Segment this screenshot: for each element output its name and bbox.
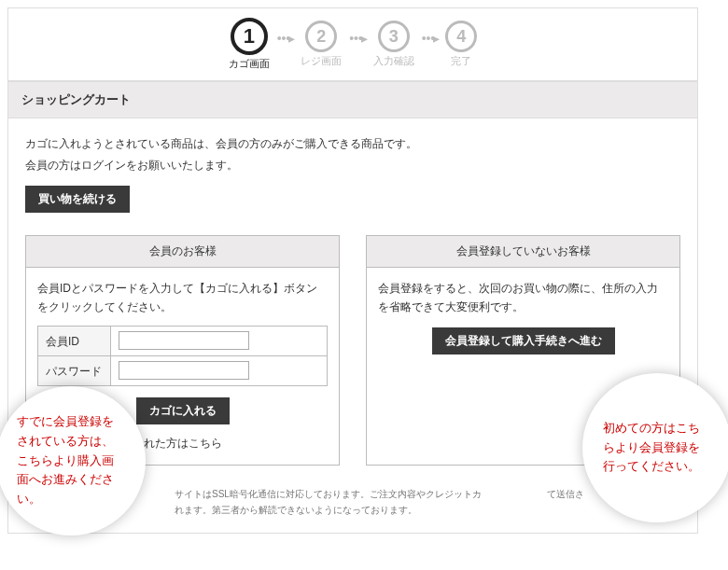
step-3: 3 入力確認	[373, 21, 414, 68]
step-arrow-icon: • • •▸	[418, 31, 441, 59]
member-id-label: 会員ID	[38, 327, 111, 356]
password-label: パスワード	[38, 356, 111, 386]
password-input[interactable]	[119, 361, 249, 380]
member-box-desc: 会員IDとパスワードを入力して【カゴに入れる】ボタンをクリックしてください。	[37, 279, 328, 317]
nonmember-box-body: 会員登録をすると、次回のお買い物の際に、住所の入力を省略できて大変便利です。 会…	[367, 268, 679, 367]
member-id-input[interactable]	[119, 331, 249, 350]
notice-text: カゴに入れようとされている商品は、会員の方のみがご購入できる商品です。 会員の方…	[25, 133, 680, 176]
step-1: 1 カゴ画面	[229, 18, 270, 71]
add-to-cart-button[interactable]: カゴに入れる	[136, 397, 230, 424]
step-4-label: 完了	[451, 54, 471, 68]
step-1-number: 1	[231, 18, 268, 55]
login-form: 会員ID パスワード	[37, 326, 328, 386]
notice-line-1: カゴに入れようとされている商品は、会員の方のみがご購入できる商品です。	[25, 137, 417, 150]
callout-right-text: 初めての方はこちらより会員登録を行ってください。	[603, 419, 711, 477]
step-4: 4 完了	[445, 21, 477, 68]
step-3-label: 入力確認	[373, 54, 414, 68]
notice-line-2: 会員の方はログインをお願いいたします。	[25, 159, 238, 172]
continue-shopping-button[interactable]: 買い物を続ける	[25, 186, 130, 213]
register-and-checkout-button[interactable]: 会員登録して購入手続きへ進む	[432, 327, 615, 355]
page-title: ショッピングカート	[8, 81, 697, 118]
step-arrow-icon: • • •▸	[273, 31, 297, 59]
member-box-header: 会員のお客様	[26, 236, 339, 268]
forgot-password-link[interactable]: れた方はこちら	[144, 437, 222, 450]
callout-bubble-left: すでに会員登録をされている方は、こちらより購入画面へお進みください。	[0, 386, 146, 535]
nonmember-box-desc: 会員登録をすると、次回のお買い物の際に、住所の入力を省略できて大変便利です。	[378, 279, 668, 317]
step-1-label: カゴ画面	[229, 57, 270, 71]
step-3-number: 3	[378, 21, 410, 52]
step-2: 2 レジ画面	[301, 21, 342, 68]
step-2-number: 2	[305, 21, 337, 52]
step-2-label: レジ画面	[301, 54, 342, 68]
step-4-number: 4	[445, 21, 477, 52]
step-arrow-icon: • • •▸	[345, 31, 369, 59]
callout-left-text: すでに会員登録をされている方は、こちらより購入画面へお進みください。	[17, 412, 125, 509]
nonmember-box-header: 会員登録していないお客様	[367, 236, 679, 268]
checkout-steps: 1 カゴ画面 • • •▸ 2 レジ画面 • • •▸ 3 入力確認 • • •…	[8, 8, 697, 81]
callout-bubble-right: 初めての方はこちらより会員登録を行ってください。	[582, 373, 728, 522]
